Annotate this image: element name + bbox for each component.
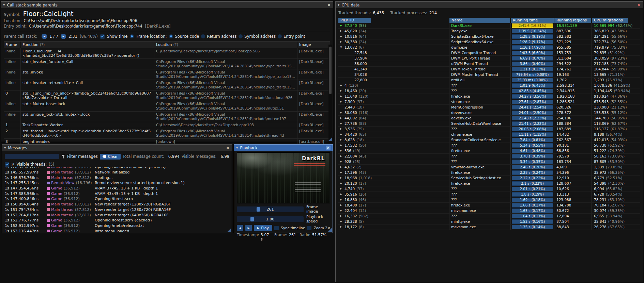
expand-arrow-icon[interactable]: ▶ <box>339 176 343 181</box>
column-header-image[interactable]: Image <box>297 41 330 48</box>
expand-arrow-icon[interactable]: ▶ <box>339 159 343 164</box>
cpu-thread-row[interactable]: ▶30,380(24)ScriptedSandbox64.exe1:28.2 (… <box>338 39 640 45</box>
column-header-cpu-migrations[interactable]: CPU migrations <box>592 18 640 23</box>
close-icon[interactable]: × <box>327 3 331 7</box>
expand-arrow-icon[interactable]: ▶ <box>339 127 343 132</box>
cpu-thread-row[interactable]: ▶30,060(116)devenv.exe24.01 s (2.50%)278… <box>338 110 640 116</box>
expand-arrow-icon[interactable]: ▶ <box>339 99 343 104</box>
cpu-thread-row[interactable]: 37,904DWM LPC Port Thread6.69 s (0.70%)3… <box>338 56 640 61</box>
cpu-thread-row[interactable]: ▶8,628(18)StandardCollector.Service.e7.8… <box>338 137 640 143</box>
clear-button[interactable]: Clear <box>100 154 121 160</box>
message-row[interactable]: 1s 146,576,766nsMain thread(37,812)Booti… <box>5 175 229 180</box>
expand-arrow-icon[interactable]: ▶ <box>339 203 343 208</box>
message-row[interactable]: 1s 147,400,846nsGame(36,912)Opening /for… <box>5 196 229 202</box>
frame-slider-grab[interactable] <box>257 207 260 212</box>
expand-arrow-icon[interactable]: ▶ <box>339 39 343 45</box>
cpu-thread-row[interactable]: ▶20,120(17)firefox.exe2.1 s (0.22%)128,6… <box>338 181 640 186</box>
frame-location-option[interactable]: Return address <box>201 34 236 39</box>
callstack-titlebar[interactable]: ▼ Call stack sample parents × <box>1 2 333 8</box>
close-icon[interactable]: × <box>326 146 331 150</box>
show-time-checkbox[interactable] <box>100 34 105 39</box>
expand-arrow-icon[interactable]: ▶ <box>339 34 343 39</box>
cpu-thread-row[interactable]: 38,000uDWM Event Thread3.86 s (0.40%)294… <box>338 61 640 67</box>
zoom-checkbox[interactable] <box>307 226 311 230</box>
cpu-thread-row[interactable]: ▶16,332(982)???1.64 s (0.17%)12,8946,955… <box>338 214 640 219</box>
message-row[interactable]: 1s 152,764,817nsMain thread(37,812)New r… <box>5 212 229 218</box>
resize-grip[interactable] <box>328 228 332 232</box>
message-row[interactable]: 1s 153,116,447nsGame(36,912)Intro menu l… <box>5 228 229 232</box>
scrollbar[interactable] <box>328 45 332 140</box>
expand-arrow-icon[interactable]: ▶ <box>339 83 343 88</box>
callstack-frame-row[interactable]: inlinestd::_Mutex_base::lockC:\Program F… <box>4 101 330 111</box>
message-row[interactable]: 1s 147,354,456nsGame(36,912)VRAM 37x45: … <box>5 186 229 191</box>
message-row[interactable]: 1s 152,776,777nsGame(36,912)Opening /for… <box>5 218 229 223</box>
collapse-arrow-icon[interactable]: ▼ <box>236 147 238 149</box>
next-frame-button[interactable]: ▶ <box>245 225 252 231</box>
expand-arrow-icon[interactable]: ▶ <box>339 137 343 143</box>
cpu-thread-row[interactable]: ▶7,300(37)steam.exe27.61 s (2.87%)1,286,… <box>338 99 640 105</box>
prev-parent-button[interactable]: ◀ <box>42 34 47 39</box>
expand-arrow-icon[interactable]: ▶ <box>339 23 343 28</box>
callstack-frame-row[interactable]: inlineFloor::CalcLight::__l4::<lambda_5b… <box>4 48 330 59</box>
prev-frame-button[interactable]: ◀ <box>237 225 243 231</box>
expand-arrow-icon[interactable]: ▶ <box>339 208 343 213</box>
expand-arrow-icon[interactable]: ▶ <box>339 121 343 126</box>
frame-slider[interactable]: 261 <box>237 206 304 212</box>
cpu-thread-row[interactable]: ▶27,736(88)ServiceHub.DataWarehouse21.41… <box>338 121 640 127</box>
expand-arrow-icon[interactable]: ▶ <box>339 219 343 224</box>
cpu-thread-row[interactable]: ▶28,228(5)mintty.exe1.52 s (0.16%)87,504… <box>338 219 640 224</box>
message-row[interactable]: 1s 150,994,064nsMain thread(37,812)New r… <box>5 202 229 207</box>
expand-arrow-icon[interactable]: ▶ <box>339 165 343 170</box>
cpu-thread-row[interactable]: ▶18,968(1,018)ServiceHub.SettingsHost.ex… <box>338 176 640 181</box>
cpu-thread-row[interactable]: 27,800ntdll.dll25.93 ms (0.00%)1,7021,29… <box>338 78 640 83</box>
expand-arrow-icon[interactable]: ▶ <box>339 192 343 197</box>
cpu-thread-row[interactable]: 34,028DWM Master Input Thread799.64 ms (… <box>338 72 640 78</box>
callstack-frame-row[interactable]: 0std::_Func_impl_no_alloc<<lambda_5bc224… <box>4 90 330 101</box>
visible-threads-checkbox[interactable] <box>5 162 9 167</box>
cpu-thread-row[interactable]: ▶18,172(8)msvsmon.exe1.35 s (0.14%)38,84… <box>338 224 640 230</box>
expand-arrow-icon[interactable]: ▶ <box>339 116 343 121</box>
expand-arrow-icon[interactable]: ▶ <box>339 181 343 186</box>
frame-location-option[interactable]: Source code <box>169 34 199 39</box>
column-header-name[interactable]: Name <box>449 18 511 23</box>
next-parent-button[interactable]: ▶ <box>61 34 66 39</box>
cpu-thread-row[interactable]: ▶16,880(46)???1.69 s (0.18%)123,98878,23… <box>338 197 640 203</box>
close-icon[interactable]: × <box>637 3 641 7</box>
callstack-frame-row[interactable]: inlinestd::unique_lock<std::mutex>::lock… <box>4 111 330 122</box>
cpu-thread-row[interactable]: ▶18,460(20)???42.85 s (4.45%)2,344,9151,… <box>338 88 640 94</box>
cpu-thread-row[interactable]: ▶17,532(56)???5.34 s (0.55%)90,18156,738… <box>338 143 640 148</box>
visible-threads-label[interactable]: Visible threads: <box>16 162 47 167</box>
collapse-arrow-icon[interactable]: ▼ <box>339 45 343 50</box>
cpu-thread-row[interactable]: ▶928(25)???3.34 s (0.35%)163,73487,605(5… <box>338 159 640 165</box>
cpu-thread-row[interactable]: 2,448(18)MemCompression24.41 s (2.54%)62… <box>338 105 640 110</box>
cpu-thread-row[interactable]: ▶4,632(2)vmware-authd.exe2.46 s (0.26%)4… <box>338 165 640 170</box>
cpu-thread-row[interactable]: ▶4,740(37)???2.01 s (0.21%)10,6266,994(6… <box>338 186 640 192</box>
column-header-pid-tid[interactable]: PID/TID <box>338 18 449 23</box>
frame-location-option[interactable]: Symbol address <box>239 34 276 39</box>
message-row[interactable]: 1s 147,383,566nsGame(36,912)VRAM 43x45: … <box>5 191 229 196</box>
expand-arrow-icon[interactable]: ▶ <box>339 154 343 159</box>
expand-arrow-icon[interactable]: ▶ <box>339 197 343 202</box>
cpu-thread-row[interactable]: ▶3,536(75)???20.05 s (2.08%)187,689116,1… <box>338 127 640 132</box>
expand-arrow-icon[interactable]: ▶ <box>339 224 343 230</box>
collapse-arrow-icon[interactable]: ▼ <box>3 4 5 6</box>
cpu-thread-row[interactable]: ▶34,420(65)chrome.exe11.11 s (1.15%)14,4… <box>338 132 640 137</box>
message-row[interactable]: 1s 152,912,997nsGame(36,912)Opening /met… <box>5 223 229 229</box>
close-icon[interactable]: × <box>226 146 230 150</box>
resize-grip[interactable] <box>328 137 332 141</box>
cpu-thread-row[interactable]: ▶4(120)???1:01.9 (6.43%)2,593,3141,078,5… <box>338 83 640 88</box>
cpu-thread-row[interactable]: ▶44,692(84)devenv.exe21.43 s (2.23%)254,… <box>338 116 640 121</box>
cpu-thread-row[interactable]: ▶10,816(64)ScriptedSandbox64.exe1:28.5 (… <box>338 34 640 39</box>
scrollbar-thumb[interactable] <box>329 47 332 94</box>
column-header-location[interactable]: Location(?) <box>154 41 297 48</box>
column-header-function[interactable]: Function(?) <box>21 41 154 48</box>
cpu-thread-row[interactable]: ▶18,408(17)firefox.exe1.66 s (0.17%)134,… <box>338 203 640 208</box>
message-row[interactable]: 1s 147,255,145nsRemoteView(18,796)Remote… <box>5 180 229 186</box>
cpu-thread-row[interactable]: ▶22,804(45)???3.78 s (0.39%)79,57858,163… <box>338 154 640 159</box>
expand-arrow-icon[interactable]: ▶ <box>339 88 343 94</box>
resize-grip[interactable] <box>227 228 231 232</box>
sync-timeline-checkbox[interactable] <box>274 226 279 230</box>
expand-arrow-icon[interactable]: ▶ <box>339 148 343 153</box>
expand-arrow-icon[interactable]: ▶ <box>339 214 343 219</box>
cpu-thread-row[interactable]: ▶17,396(43)firefox.exe2.28 s (0.24%)54,2… <box>338 170 640 176</box>
